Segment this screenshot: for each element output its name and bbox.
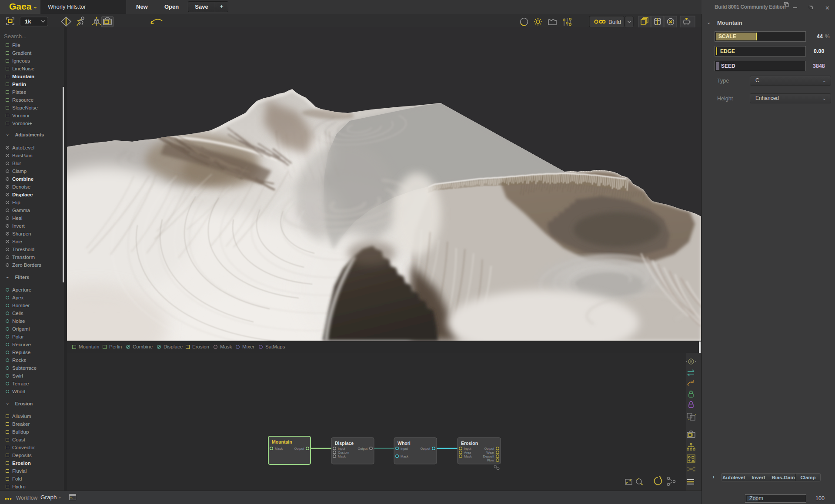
svg-text:Output: Output bbox=[484, 447, 494, 451]
svg-text:Output: Output bbox=[294, 447, 304, 451]
svg-text:Mask: Mask bbox=[464, 454, 472, 458]
svg-text:Input: Input bbox=[464, 447, 472, 451]
svg-text:Mask: Mask bbox=[338, 454, 346, 458]
svg-text:Erosion: Erosion bbox=[461, 441, 478, 446]
svg-text:Input: Input bbox=[401, 447, 408, 451]
svg-text:Whorl: Whorl bbox=[397, 441, 411, 446]
svg-text:Custom: Custom bbox=[338, 451, 349, 454]
svg-text:Flow: Flow bbox=[487, 458, 494, 462]
svg-text:Displace: Displace bbox=[335, 441, 354, 446]
svg-text:Build: Build bbox=[608, 19, 621, 25]
svg-text:Area: Area bbox=[464, 451, 471, 454]
svg-text:Output: Output bbox=[357, 447, 367, 451]
svg-text:1k: 1k bbox=[25, 18, 31, 25]
svg-text:Mountain: Mountain bbox=[272, 439, 292, 444]
svg-text:Output: Output bbox=[420, 447, 430, 451]
svg-text:Mask: Mask bbox=[401, 454, 408, 458]
svg-text:Input: Input bbox=[338, 447, 346, 451]
svg-text:Deposit: Deposit bbox=[483, 454, 494, 458]
svg-text:Mask: Mask bbox=[275, 447, 283, 451]
svg-text:Wear: Wear bbox=[486, 451, 494, 454]
